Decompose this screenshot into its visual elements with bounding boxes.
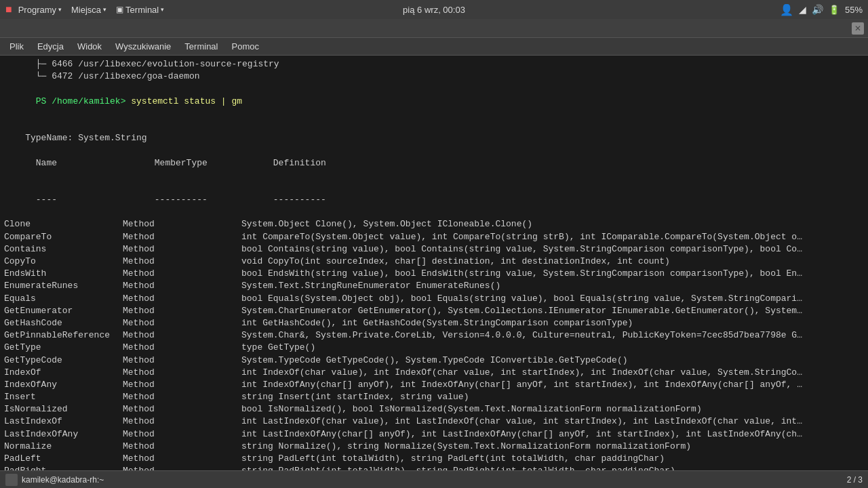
table-row: GetEnumeratorMethodSystem.CharEnumerator… (4, 305, 864, 317)
row-name: GetPinnableReference (4, 329, 123, 342)
programy-menu[interactable]: Programy ▾ (15, 3, 65, 16)
col-def-header: Definition (273, 158, 326, 168)
system-bar: ■ Programy ▾ Miejsca ▾ ▣ Terminal ▾ pią … (0, 0, 868, 19)
table-row: InsertMethodstring Insert(int startIndex… (4, 391, 864, 403)
table-row: EqualsMethodbool Equals(System.Object ob… (4, 293, 864, 305)
status-left: kamilek@kadabra-rh:~ (5, 474, 104, 486)
row-name: EndsWith (4, 268, 123, 280)
row-def: int IndexOf(char value), int IndexOf(cha… (241, 367, 802, 378)
row-def: string PadLeft(int totalWidth), string P… (241, 453, 665, 464)
title-bar: ✕ (0, 19, 868, 38)
miejsca-arrow: ▾ (103, 6, 106, 13)
table-row: PadRightMethodstring PadRight(int totalW… (4, 465, 864, 470)
terminal-window: ✕ Plik Edycja Widok Wyszukiwanie Termina… (0, 19, 868, 488)
header-line: NameMemberTypeDefinition (4, 144, 864, 182)
menu-wyszukiwanie[interactable]: Wyszukiwanie (108, 40, 178, 53)
col-membertype-header: MemberType (155, 157, 273, 169)
table-row: CloneMethodSystem.Object Clone(), System… (4, 218, 864, 230)
row-def: string PadRight(int totalWidth), string … (241, 466, 675, 470)
row-mtype: Method (123, 243, 241, 256)
table-row: IndexOfMethodint IndexOf(char value), in… (4, 367, 864, 379)
row-def: System.Text.StringRuneEnumerator Enumera… (241, 281, 500, 291)
row-def: bool Contains(string value), bool Contai… (241, 244, 802, 254)
table-row: LastIndexOfAnyMethodint LastIndexOfAny(c… (4, 428, 864, 441)
row-mtype: Method (123, 391, 241, 403)
prompt-user: PS /home/kamilek> (36, 96, 126, 106)
row-name: Equals (4, 293, 123, 305)
terminal-content[interactable]: ├─ 6466 /usr/libexec/evolution-source-re… (0, 56, 868, 470)
prompt-cmd: systemctl status | gm (125, 96, 242, 106)
menu-plik[interactable]: Plik (3, 40, 31, 53)
row-mtype: Method (123, 354, 241, 367)
menu-pomoc[interactable]: Pomoc (224, 40, 265, 53)
table-row: ContainsMethodbool Contains(string value… (4, 243, 864, 256)
row-def: int GetHashCode(), int GetHashCode(Syste… (241, 318, 633, 328)
sound-icon: 🔊 (812, 4, 823, 15)
user-label: kamilek@kadabra-rh:~ (22, 475, 104, 485)
sep2: ---------- (155, 194, 273, 206)
row-mtype: Method (123, 218, 241, 230)
row-mtype: Method (123, 317, 241, 329)
row-mtype: Method (123, 403, 241, 415)
sys-bar-right: 👤 ◢ 🔊 🔋 55% (780, 3, 863, 16)
close-button[interactable]: ✕ (852, 22, 864, 35)
row-name: PadLeft (4, 453, 123, 465)
row-name: GetType (4, 342, 123, 354)
terminal-menu[interactable]: ▣ Terminal ▾ (113, 3, 167, 16)
page-indicator: 2 / 3 (847, 475, 863, 485)
menu-widok[interactable]: Widok (71, 40, 108, 53)
row-mtype: Method (123, 231, 241, 243)
row-name: Contains (4, 243, 123, 256)
sys-bar-left: ■ Programy ▾ Miejsca ▾ ▣ Terminal ▾ (5, 3, 167, 16)
row-mtype: Method (123, 256, 241, 268)
blank-line (4, 120, 864, 132)
data-rows: CloneMethodSystem.Object Clone(), System… (4, 218, 864, 470)
prompt-line: PS /home/kamilek> systemctl status | gm (4, 83, 864, 120)
row-name: GetTypeCode (4, 354, 123, 367)
row-def: bool Equals(System.Object obj), bool Equ… (241, 293, 802, 304)
row-mtype: Method (123, 342, 241, 354)
wifi-icon: ◢ (799, 4, 806, 15)
programy-arrow: ▾ (58, 6, 62, 13)
terminal-status-icon (5, 474, 18, 486)
row-def: System.TypeCode GetTypeCode(), System.Ty… (241, 355, 628, 365)
row-def: void CopyTo(int sourceIndex, char[] dest… (241, 256, 670, 266)
terminal-arrow: ▾ (161, 6, 164, 13)
row-mtype: Method (123, 453, 241, 465)
row-mtype: Method (123, 280, 241, 292)
row-mtype: Method (123, 268, 241, 280)
row-def: type GetType() (241, 342, 315, 352)
table-row: CompareToMethodint CompareTo(System.Obje… (4, 231, 864, 243)
table-row: PadLeftMethodstring PadLeft(int totalWid… (4, 453, 864, 465)
row-name: LastIndexOfAny (4, 428, 123, 441)
status-bar: kamilek@kadabra-rh:~ 2 / 3 (0, 470, 868, 488)
row-name: PadRight (4, 465, 123, 470)
row-name: IsNormalized (4, 403, 123, 415)
row-mtype: Method (123, 415, 241, 428)
row-name: IndexOfAny (4, 379, 123, 391)
sep3: ---------- (273, 195, 326, 205)
row-def: int CompareTo(System.Object value), int … (241, 232, 802, 242)
table-row: EndsWithMethodbool EndsWith(string value… (4, 268, 864, 280)
row-mtype: Method (123, 465, 241, 470)
row-def: int LastIndexOfAny(char[] anyOf), int La… (241, 429, 802, 439)
typename-line: TypeName: System.String (4, 132, 864, 144)
programy-label: Programy (18, 5, 56, 15)
row-name: GetHashCode (4, 317, 123, 329)
row-def: System.Char&, System.Private.CoreLib, Ve… (241, 330, 802, 340)
table-row: IndexOfAnyMethodint IndexOfAny(char[] an… (4, 379, 864, 391)
avatar-icon: 👤 (780, 3, 793, 16)
miejsca-menu[interactable]: Miejsca ▾ (68, 3, 110, 16)
table-row: IsNormalizedMethodbool IsNormalized(), b… (4, 403, 864, 415)
menu-terminal[interactable]: Terminal (178, 40, 224, 53)
menu-edycja[interactable]: Edycja (31, 40, 71, 53)
row-def: bool IsNormalized(), bool IsNormalized(S… (241, 404, 702, 414)
row-def: int IndexOfAny(char[] anyOf), int IndexO… (241, 380, 802, 390)
terminal-label: Terminal (125, 5, 159, 15)
table-row: LastIndexOfMethodint LastIndexOf(char va… (4, 415, 864, 428)
row-def: string Insert(int startIndex, string val… (241, 392, 469, 402)
row-name: CopyTo (4, 256, 123, 268)
row-mtype: Method (123, 441, 241, 453)
table-row: NormalizeMethodstring Normalize(), strin… (4, 441, 864, 453)
sep-line: ------------------------ (4, 182, 864, 219)
